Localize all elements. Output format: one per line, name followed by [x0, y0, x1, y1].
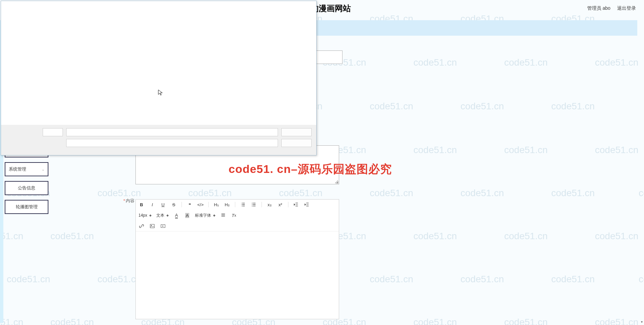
bold-button[interactable]: B	[138, 201, 145, 208]
watermark: code51.cn	[413, 231, 457, 242]
align-button[interactable]	[220, 212, 226, 219]
separator	[182, 202, 182, 207]
svg-point-4	[151, 225, 152, 226]
filter-input[interactable]	[66, 139, 278, 147]
clear-format-button[interactable]: Tx	[231, 212, 237, 219]
link-button[interactable]	[138, 223, 145, 229]
editor-content-area[interactable]	[136, 231, 339, 319]
highlight-color-button[interactable]: A	[184, 212, 190, 219]
watermark: code51.cn	[413, 145, 457, 155]
watermark: code51.cn	[188, 188, 232, 198]
superscript-button[interactable]: x²	[277, 201, 283, 208]
chevron-down-icon: ⌄	[42, 168, 44, 171]
watermark: code51.cn	[370, 188, 413, 198]
watermark: code51.cn	[460, 274, 504, 285]
unordered-list-button[interactable]	[251, 201, 257, 208]
quote-button[interactable]: ❝	[187, 201, 193, 208]
filename-prefix-input[interactable]	[43, 128, 63, 136]
block-type-select[interactable]: 文本◆	[156, 213, 169, 218]
watermark: code51.cn	[7, 274, 50, 285]
watermark: code51.cn	[413, 317, 457, 325]
form-row-content: *内容	[118, 198, 134, 204]
font-size-select[interactable]: 14px◆	[138, 213, 152, 218]
italic-button[interactable]: I	[149, 201, 155, 208]
required-mark: *	[123, 198, 125, 203]
file-open-dialog	[1, 1, 317, 155]
rich-text-editor: B I U S ❝ </> H₁ H₂ x₂ x² 14px◆ 文	[135, 199, 339, 319]
watermark: code51.cn	[460, 188, 504, 198]
watermark: code51.cn	[639, 274, 644, 285]
watermark: code51.cn	[370, 274, 413, 285]
sidebar-item-label: 系统管理	[9, 166, 26, 172]
separator	[208, 202, 209, 207]
watermark: code51.cn	[0, 317, 23, 325]
text-color-button[interactable]: A	[173, 212, 179, 219]
watermark: code51.cn	[551, 188, 595, 198]
separator	[235, 202, 235, 207]
watermark: code51.cn	[370, 101, 413, 112]
cancel-button[interactable]	[281, 139, 312, 147]
watermark: code51.cn	[50, 231, 94, 242]
svg-point-1	[252, 204, 252, 205]
logout-link[interactable]: 退出登录	[617, 5, 636, 11]
file-dialog-footer	[1, 125, 316, 155]
scroll-down-icon[interactable]: ▾	[641, 320, 643, 324]
outdent-button[interactable]	[293, 201, 299, 208]
h2-button[interactable]: H₂	[224, 201, 230, 208]
watermark: code51.cn	[551, 274, 595, 285]
watermark: code51.cn	[504, 231, 548, 242]
content-label: *内容	[118, 198, 134, 204]
sidebar-item-notice[interactable]: 公告信息	[5, 181, 48, 195]
sidebar-item-label: 公告信息	[18, 185, 35, 191]
watermark: code51.cn	[504, 145, 548, 155]
watermark: code51.cn	[595, 57, 638, 68]
file-list-area[interactable]	[1, 1, 316, 125]
watermark: code51.cn	[504, 317, 548, 325]
watermark: code51.cn	[595, 231, 638, 242]
indent-button[interactable]	[304, 201, 310, 208]
watermark: code51.cn	[551, 101, 595, 112]
resize-handle-icon[interactable]	[335, 180, 338, 183]
h1-button[interactable]: H₁	[213, 201, 219, 208]
watermark: code51.cn	[279, 188, 322, 198]
image-button[interactable]	[149, 223, 155, 229]
watermark: code51.cn	[97, 188, 141, 198]
watermark: code51.cn	[460, 101, 504, 112]
watermark: code51.cn	[97, 274, 141, 285]
watermark: code51.cn	[413, 57, 457, 68]
watermark: code51.cn	[50, 317, 94, 325]
watermark: code51.cn	[639, 188, 644, 198]
filename-input[interactable]	[66, 128, 278, 136]
font-family-select[interactable]: 标准字体◆	[195, 213, 215, 218]
separator	[261, 202, 262, 207]
open-button[interactable]	[281, 128, 312, 136]
watermark: code51.cn	[504, 57, 548, 68]
strikethrough-button[interactable]: S	[171, 201, 177, 208]
sidebar-item-label: 轮播图管理	[16, 204, 38, 210]
watermark: code51.cn	[595, 145, 638, 155]
video-button[interactable]	[160, 223, 166, 229]
underline-button[interactable]: U	[160, 201, 166, 208]
separator	[288, 202, 288, 207]
svg-rect-3	[150, 224, 154, 228]
subscript-button[interactable]: x₂	[267, 201, 273, 208]
editor-toolbar: B I U S ❝ </> H₁ H₂ x₂ x² 14px◆ 文	[136, 200, 339, 231]
sidebar-item-carousel[interactable]: 轮播图管理	[5, 200, 48, 214]
sidebar-item-system[interactable]: 系统管理 ⌄	[5, 162, 48, 176]
watermark: code51.cn	[0, 231, 23, 242]
anti-theft-watermark: code51. cn–源码乐园盗图必究	[229, 161, 392, 177]
svg-point-0	[252, 203, 252, 204]
svg-point-2	[252, 206, 252, 207]
watermark: code51.cn	[595, 317, 638, 325]
code-button[interactable]: </>	[197, 201, 204, 208]
ordered-list-button[interactable]	[240, 201, 246, 208]
admin-label[interactable]: 管理员 abo	[587, 5, 610, 11]
